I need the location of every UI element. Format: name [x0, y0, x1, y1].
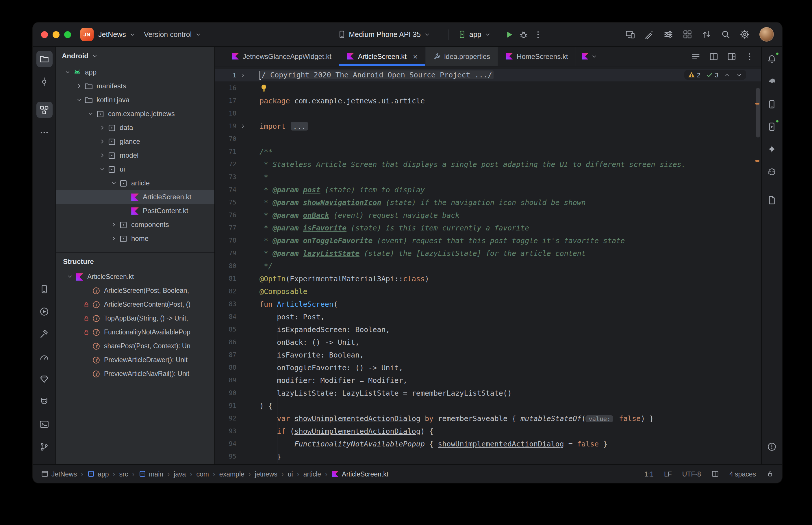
error-stripe[interactable]	[754, 66, 761, 464]
code-line[interactable]: 90 lazyListState: LazyListState = rememb…	[215, 386, 761, 399]
code-line[interactable]: 83fun ArticleScreen(	[215, 297, 761, 310]
tree-twisty-icon[interactable]	[98, 137, 107, 146]
breadcrumb-item[interactable]: ArticleScreen.kt	[331, 470, 388, 478]
settings-icon[interactable]	[737, 27, 752, 42]
code-line[interactable]: 16	[215, 81, 761, 94]
terminal-tool-icon[interactable]	[36, 416, 52, 432]
close-tab-icon[interactable]: ×	[413, 52, 417, 60]
running-devices-icon[interactable]	[764, 118, 780, 135]
plugins-icon[interactable]	[680, 27, 695, 42]
device-selector[interactable]: Medium Phone API 35	[337, 30, 431, 39]
run-tool-icon[interactable]	[36, 303, 52, 319]
scrollbar-thumb[interactable]	[756, 88, 760, 137]
line-number[interactable]: 70	[215, 135, 236, 142]
line-number[interactable]: 92	[215, 415, 236, 422]
editor-tab[interactable]: idea.properties	[426, 47, 498, 66]
code-line[interactable]: 92 var showUnimplementedActionDialog by …	[215, 412, 761, 424]
build-tool-icon[interactable]	[36, 326, 52, 342]
warnings-count[interactable]: 2	[688, 71, 700, 78]
line-number[interactable]: 94	[215, 440, 236, 447]
indent-style[interactable]: 4 spaces	[729, 470, 756, 477]
code-line[interactable]: 80 */	[215, 259, 761, 272]
inspections-widget[interactable]: 2 3	[684, 70, 747, 80]
code-line[interactable]: 87 isFavorite: Boolean,	[215, 348, 761, 361]
next-issue-icon[interactable]	[736, 71, 743, 78]
structure-tool-icon[interactable]	[36, 102, 52, 118]
code-line[interactable]: 18	[215, 107, 761, 120]
code-line[interactable]: 75 * @param showNavigationIcon (state) i…	[215, 196, 761, 209]
structure-item[interactable]: fsharePost(Post, Context): Un	[56, 339, 215, 353]
code-line[interactable]: 84 post: Post,	[215, 310, 761, 323]
project-tree-item[interactable]: ui	[56, 162, 215, 176]
tree-twisty-icon[interactable]	[98, 165, 107, 174]
code-line[interactable]: 19import ...	[215, 120, 761, 132]
editor-tab[interactable]: ArticleScreen.kt×	[340, 47, 426, 66]
profiler-tool-icon[interactable]	[36, 348, 52, 364]
version-control-tool-icon[interactable]	[36, 438, 52, 454]
close-window-button[interactable]	[41, 31, 48, 38]
gemini-icon[interactable]	[764, 141, 780, 157]
line-number[interactable]: 93	[215, 427, 236, 435]
line-number[interactable]: 86	[215, 338, 236, 346]
zoom-window-button[interactable]	[64, 31, 71, 38]
project-selector[interactable]: JetNews	[98, 30, 136, 39]
resource-manager-icon[interactable]	[764, 192, 780, 208]
code-line[interactable]: 1/ Copyright 2020 The Android Open Sourc…	[215, 69, 761, 81]
line-number[interactable]: 18	[215, 109, 236, 117]
line-separator[interactable]: LF	[664, 470, 672, 477]
fold-marker-icon[interactable]	[236, 123, 249, 129]
breadcrumb-item[interactable]: article	[304, 470, 321, 477]
code-line[interactable]: 89 modifier: Modifier = Modifier,	[215, 374, 761, 386]
structure-item[interactable]: fArticleScreen(Post, Boolean,	[56, 284, 215, 297]
more-vertical-icon[interactable]	[745, 52, 754, 61]
ai-assist-icon[interactable]	[641, 27, 657, 42]
line-number[interactable]: 79	[215, 249, 236, 257]
line-number[interactable]: 81	[215, 275, 236, 282]
problems-tool-icon[interactable]	[764, 438, 780, 454]
line-number[interactable]: 76	[215, 211, 236, 219]
code-area[interactable]: 1/ Copyright 2020 The Android Open Sourc…	[215, 66, 761, 463]
project-tree-item[interactable]: kotlin+java	[56, 93, 215, 107]
project-tree-item[interactable]: app	[56, 65, 215, 79]
structure-item[interactable]: ArticleScreen.kt	[56, 270, 215, 284]
project-tree-item[interactable]: PostContent.kt	[56, 204, 215, 218]
line-number[interactable]: 71	[215, 148, 236, 155]
line-number[interactable]: 84	[215, 313, 236, 320]
app-logo[interactable]: JN	[80, 28, 94, 41]
code-line[interactable]: 93 if (showUnimplementedActionDialog) {	[215, 424, 761, 437]
tree-twisty-icon[interactable]	[98, 151, 107, 160]
prev-issue-icon[interactable]	[724, 71, 730, 78]
project-tree-item[interactable]: model	[56, 148, 215, 162]
fold-marker-icon[interactable]	[236, 72, 249, 78]
file-encoding[interactable]: UTF-8	[682, 470, 701, 477]
breadcrumb-item[interactable]: JetNews	[41, 470, 77, 478]
gradle-tool-icon[interactable]	[764, 73, 780, 90]
line-number[interactable]: 88	[215, 363, 236, 371]
line-number[interactable]: 16	[215, 84, 236, 92]
code-line[interactable]: 81@OptIn(ExperimentalMaterial3Api::class…	[215, 272, 761, 285]
code-line[interactable]: 91) {	[215, 399, 761, 412]
device-explorer-icon[interactable]	[36, 281, 52, 297]
hidden-tabs-dropdown[interactable]	[576, 47, 603, 66]
code-line[interactable]: 94 FunctionalityNotAvailablePopup { show…	[215, 437, 761, 450]
breadcrumb-item[interactable]: main	[138, 470, 163, 478]
line-number[interactable]: 19	[215, 122, 236, 130]
code-line[interactable]: 78 * @param onToggleFavorite (event) req…	[215, 234, 761, 246]
editor-tab[interactable]: HomeScreens.kt	[498, 47, 576, 66]
passed-count[interactable]: 3	[706, 71, 718, 78]
structure-item[interactable]: fFunctionalityNotAvailablePop	[56, 325, 215, 339]
breadcrumb-item[interactable]: com	[196, 470, 209, 477]
line-number[interactable]: 1	[215, 71, 236, 79]
structure-panel-header[interactable]: Structure	[56, 252, 215, 270]
minimize-window-button[interactable]	[53, 31, 60, 38]
tree-twisty-icon[interactable]	[109, 178, 118, 188]
project-tree-item[interactable]: ArticleScreen.kt	[56, 190, 215, 204]
tree-twisty-icon[interactable]	[86, 109, 95, 118]
run-button[interactable]	[504, 30, 514, 39]
tree-twisty-icon[interactable]	[65, 272, 75, 281]
code-line[interactable]: 85 isExpandedScreen: Boolean,	[215, 323, 761, 335]
project-tool-icon[interactable]	[36, 51, 52, 67]
more-run-actions-icon[interactable]	[533, 30, 543, 39]
search-everywhere-icon[interactable]	[718, 27, 734, 42]
intention-bulb-icon[interactable]	[260, 84, 268, 92]
